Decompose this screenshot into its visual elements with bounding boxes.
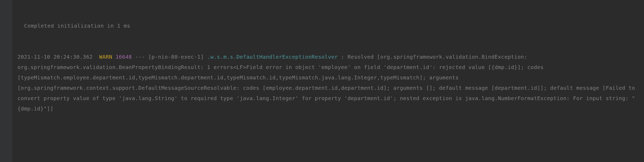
console-gutter — [0, 0, 12, 162]
console-container: Completed initialization in 1 ms 2021-11… — [0, 0, 644, 162]
log-separator: --- — [135, 54, 145, 60]
log-line-partial: Completed initialization in 1 ms — [17, 21, 642, 31]
log-logger-name: .w.s.m.s.DefaultHandlerExceptionResolver — [207, 54, 338, 60]
log-output-panel[interactable]: Completed initialization in 1 ms 2021-11… — [12, 0, 644, 162]
log-message: Resolved [org.springframework.validation… — [17, 54, 638, 112]
log-pid: 16648 — [115, 54, 132, 60]
log-level: WARN — [99, 54, 112, 60]
log-line-entry: 2021-11-10 20:24:30.362 WARN 16648 --- [… — [17, 52, 642, 114]
log-colon: : — [341, 54, 344, 60]
log-cursor-line — [17, 135, 642, 135]
log-timestamp: 2021-11-10 20:24:30.362 — [17, 54, 93, 60]
log-thread: [p-nio-80-exec-1] — [148, 54, 204, 60]
